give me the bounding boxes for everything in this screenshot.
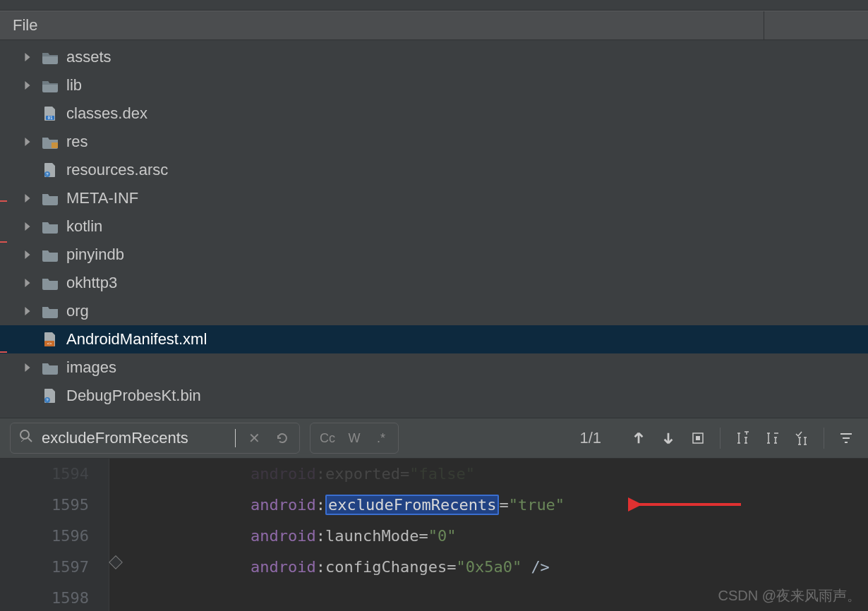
chevron-right-icon[interactable] — [21, 194, 34, 202]
line-number: 1598 — [0, 583, 89, 611]
tree-item-label: pinyindb — [66, 246, 124, 264]
edge-marker — [0, 241, 7, 243]
folder-res-icon — [41, 134, 59, 150]
search-highlight: excludeFromRecents — [325, 495, 499, 515]
match-word-button[interactable]: W — [342, 425, 367, 451]
file-unknown-icon: ? — [41, 388, 59, 404]
select-occurrences-icon[interactable] — [790, 426, 814, 450]
tree-item-label: DebugProbesKt.bin — [66, 387, 201, 405]
text-caret — [235, 429, 236, 447]
tree-item-android-manifest[interactable]: <> AndroidManifest.xml — [0, 325, 868, 353]
tree-item-debugprobes[interactable]: ? DebugProbesKt.bin — [0, 382, 868, 410]
chevron-right-icon[interactable] — [21, 53, 34, 61]
tree-item-label: assets — [66, 48, 111, 66]
chevron-right-icon[interactable] — [21, 138, 34, 146]
svg-text:01: 01 — [47, 115, 53, 120]
next-match-icon[interactable] — [656, 426, 680, 450]
svg-text:<>: <> — [47, 341, 52, 346]
remove-selection-icon[interactable] — [760, 426, 784, 450]
folder-icon — [41, 78, 59, 93]
tree-item-okhttp3[interactable]: okhttp3 — [0, 269, 868, 297]
code-line: android:configChanges="0x5a0" /> — [251, 552, 565, 583]
tree-item-classes-dex[interactable]: 01 classes.dex — [0, 99, 868, 128]
folder-icon — [41, 360, 59, 375]
tree-item-label: classes.dex — [66, 104, 147, 123]
tree-item-label: META-INF — [66, 189, 138, 207]
chevron-right-icon[interactable] — [21, 363, 34, 372]
tree-item-kotlin[interactable]: kotlin — [0, 212, 868, 241]
tree-item-lib[interactable]: lib — [0, 71, 868, 99]
chevron-right-icon[interactable] — [21, 307, 34, 315]
search-history-icon[interactable] — [272, 428, 292, 448]
tree-item-label: AndroidManifest.xml — [66, 330, 207, 349]
separator — [824, 428, 824, 449]
code-line: android:exported="false" — [251, 459, 565, 490]
file-xml-icon: <> — [41, 332, 59, 347]
tree-item-label: lib — [66, 76, 82, 95]
chevron-right-icon[interactable] — [21, 81, 34, 90]
add-selection-icon[interactable] — [730, 426, 754, 450]
regex-button[interactable]: .* — [368, 425, 394, 451]
tree-header: File — [0, 11, 868, 40]
tree-item-resources-arsc[interactable]: ? resources.arsc — [0, 156, 868, 184]
chevron-right-icon[interactable] — [21, 222, 34, 231]
find-bar: ✕ Cc W .* 1/1 — [0, 418, 868, 459]
tree-item-label: kotlin — [66, 217, 102, 236]
tree-header-title: File — [13, 16, 37, 35]
chevron-right-icon[interactable] — [21, 279, 34, 287]
folder-icon — [41, 219, 59, 234]
tree-item-label: res — [66, 133, 88, 151]
find-options-group: Cc W .* — [310, 423, 399, 454]
chevron-right-icon[interactable] — [21, 250, 34, 259]
prev-match-icon[interactable] — [627, 426, 651, 450]
select-all-icon[interactable] — [686, 426, 710, 450]
search-icon — [19, 429, 33, 447]
code-area[interactable]: android:exported="false" android:exclude… — [109, 459, 565, 611]
tree-item-meta-inf[interactable]: META-INF — [0, 184, 868, 212]
code-line: android:excludeFromRecents="true" — [251, 490, 565, 521]
svg-line-10 — [28, 438, 32, 442]
svg-rect-2 — [52, 143, 58, 148]
tree-item-label: org — [66, 302, 89, 320]
folder-icon — [41, 247, 59, 262]
svg-point-9 — [20, 430, 29, 439]
tree-item-label: resources.arsc — [66, 161, 168, 179]
find-input[interactable] — [42, 429, 225, 447]
clear-search-icon[interactable]: ✕ — [244, 428, 264, 448]
edge-marker — [0, 351, 7, 353]
filter-icon[interactable] — [834, 426, 858, 450]
match-case-button[interactable]: Cc — [315, 425, 340, 451]
find-input-group: ✕ — [10, 423, 300, 454]
watermark-text: CSDN @夜来风雨声。 — [718, 586, 861, 605]
tree-item-pinyindb[interactable]: pinyindb — [0, 241, 868, 269]
edge-marker — [0, 200, 7, 202]
file-unknown-icon: ? — [41, 162, 59, 178]
code-line: android:launchMode="0" — [251, 521, 565, 552]
tree-item-label: okhttp3 — [66, 274, 117, 292]
tree-item-res[interactable]: res — [0, 128, 868, 156]
separator — [720, 428, 721, 449]
tree-item-images[interactable]: images — [0, 353, 868, 382]
folder-icon — [41, 49, 59, 65]
folder-icon — [41, 190, 59, 206]
line-number: 1594 — [0, 459, 89, 490]
line-number: 1596 — [0, 521, 89, 552]
svg-rect-12 — [696, 436, 700, 440]
tree-item-label: images — [66, 358, 116, 377]
find-result-count: 1/1 — [579, 429, 601, 447]
tree-item-assets[interactable]: assets — [0, 43, 868, 71]
line-number: 1597 — [0, 552, 89, 583]
code-line — [251, 583, 565, 611]
top-strip — [0, 0, 868, 11]
line-gutter: 1594 1595 1596 1597 1598 — [0, 459, 109, 611]
tree-header-spacer — [764, 11, 855, 40]
folder-icon — [41, 275, 59, 291]
line-number: 1595 — [0, 490, 89, 521]
tree-item-org[interactable]: org — [0, 297, 868, 325]
file-binary-icon: 01 — [41, 106, 59, 121]
folder-icon — [41, 303, 59, 319]
project-tree[interactable]: assets lib 01 classes.dex res ? resource… — [0, 40, 868, 418]
